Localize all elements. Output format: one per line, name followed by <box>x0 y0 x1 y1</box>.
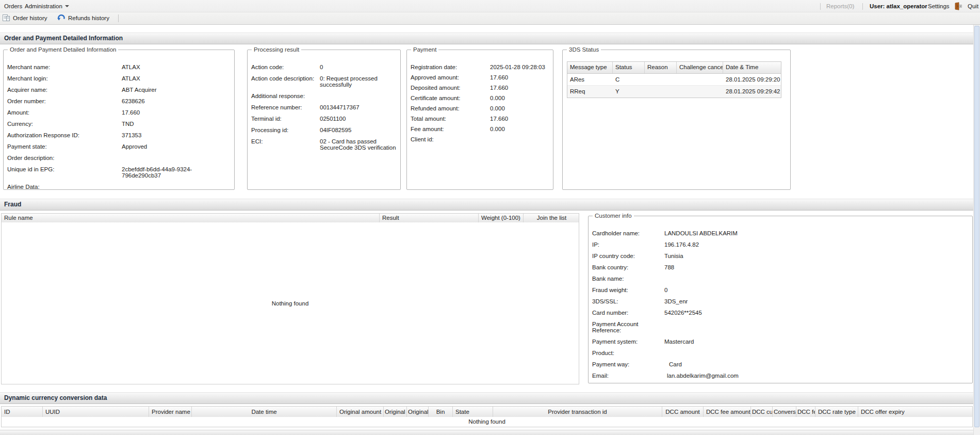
column-header-rule-name: Rule name <box>2 214 380 222</box>
divider <box>862 3 863 10</box>
column-header-conversion: Conversi <box>773 407 796 417</box>
row-ip: IP:196.176.4.82 <box>592 241 969 248</box>
row-cardholder-name: Cardholder name:LANDOULSI ABDELKARIM <box>592 230 969 236</box>
fraud-table-body: Nothing found <box>1 222 579 384</box>
column-header-id: ID <box>2 407 43 417</box>
row-terminal-id: Terminal id:02501100 <box>251 116 397 122</box>
row-payment-way: Payment way:Card <box>592 361 969 367</box>
toolbar: Order history Refunds history <box>0 12 980 25</box>
row-currency: Currency:TND <box>7 121 231 127</box>
fieldset-processing-result: Processing result Action code:0 Action c… <box>247 50 401 190</box>
column-header-dcc-currency: DCC curr <box>751 407 773 417</box>
divider <box>820 3 821 10</box>
row-ip-country-code: IP country code:Tunisia <box>592 253 969 259</box>
fieldset-legend: 3DS Status <box>567 46 601 54</box>
divider <box>118 14 119 22</box>
row-bank-name: Bank name: <box>592 276 969 282</box>
dcc-empty-text: Nothing found <box>468 418 505 425</box>
row-merchant-login: Merchant login:ATLAX <box>7 75 231 82</box>
column-header-join-the-list: Join the list <box>524 214 579 222</box>
fraud-table-header: Rule name Result Weight (0-100) Join the… <box>1 213 579 223</box>
column-header-original-fee: Original f <box>384 407 407 417</box>
row-order-number: Order number:6238626 <box>7 98 231 104</box>
chevron-down-icon <box>65 5 69 7</box>
menu-administration[interactable]: Administration <box>25 0 69 12</box>
fieldset-customer-info: Customer info Cardholder name:LANDOULSI … <box>588 216 973 383</box>
row-acquirer-name: Acquirer name:ABT Acquirer <box>7 87 231 93</box>
open-door-icon <box>954 2 962 10</box>
row-email: Email:lan.abdelkarim@gmail.com <box>592 373 969 379</box>
column-header-weight: Weight (0-100) <box>479 214 524 222</box>
column-header-original-currency: Original c <box>407 407 429 417</box>
app-window: Orders Administration Reports(0) User: a… <box>0 0 980 435</box>
section-header-dcc: Dynamic currency conversion data <box>0 392 973 404</box>
column-header-dcc-fee-amount: DCC fee amount <box>704 407 751 417</box>
menu-administration-label: Administration <box>25 3 62 9</box>
scrollbar-thumb[interactable] <box>974 26 979 427</box>
menubar: Orders Administration Reports(0) User: a… <box>0 0 980 12</box>
row-refunded-amount: Refunded amount:0.000 <box>411 105 550 111</box>
quit-button[interactable] <box>954 0 962 12</box>
vertical-scrollbar[interactable] <box>973 25 980 435</box>
row-payment-state: Payment state:Approved <box>7 143 231 150</box>
column-header-dcc-fee: DCC fee <box>796 407 815 417</box>
user-label: User: atlax_operator <box>870 0 927 12</box>
column-header-date-time: Date & Time <box>723 62 781 73</box>
row-3ds-ssl: 3DS/SSL:3DS_enr <box>592 298 969 304</box>
row-unique-id-epg: Unique id in EPG:2cbefddf-b6dd-44a9-9324… <box>7 166 231 179</box>
column-header-dcc-amount: DCC amount <box>662 407 704 417</box>
row-additional-response: Additional response: <box>251 93 397 99</box>
fieldset-payment: Payment Registration date:2025-01-28 09:… <box>406 50 553 190</box>
column-header-result: Result <box>380 214 479 222</box>
column-header-provider-transaction-id: Provider transaction id <box>493 407 662 417</box>
column-header-state: State <box>453 407 493 417</box>
row-eci: ECI:02 - Card has passed SecureCode 3DS … <box>251 138 397 151</box>
document-icon <box>2 13 10 22</box>
row-airline-data: Airline Data: <box>7 184 231 189</box>
column-header-provider-name: Provider name <box>149 407 192 417</box>
column-header-challenge-cancel: Challenge cancel <box>677 62 723 73</box>
row-certificate-amount: Certificate amount:0.000 <box>411 95 550 101</box>
column-header-status: Status <box>613 62 645 73</box>
row-bank-country: Bank country:788 <box>592 264 969 270</box>
column-header-reason: Reason <box>645 62 677 73</box>
quit-label[interactable]: Quit <box>968 0 978 12</box>
refunds-history-label: Refunds history <box>68 15 109 21</box>
column-header-bin: Bin <box>429 407 453 417</box>
row-approved-amount: Approved amount:17.660 <box>411 74 550 80</box>
row-action-code: Action code:0 <box>251 64 397 70</box>
section-header-fraud: Fraud <box>0 199 973 211</box>
column-header-dcc-offer-expiry: DCC offer expiry <box>858 407 973 417</box>
threeds-table-header: Message type Status Reason Challenge can… <box>567 62 781 74</box>
threeds-table: Message type Status Reason Challenge can… <box>567 61 781 98</box>
dcc-table-body: Nothing found <box>1 417 973 427</box>
row-registration-date: Registration date:2025-01-28 09:28:03 <box>411 64 550 70</box>
refund-arrow-icon <box>57 13 66 22</box>
row-client-id: Client id: <box>411 136 550 142</box>
row-amount: Amount:17.660 <box>7 109 231 116</box>
row-merchant-name: Merchant name:ATLAX <box>7 64 231 70</box>
order-history-button[interactable]: Order history <box>2 12 47 24</box>
row-action-code-description: Action code description:0: Request proce… <box>251 75 397 88</box>
refunds-history-button[interactable]: Refunds history <box>57 12 109 24</box>
fieldset-order-info: Order and Payment Detailed Information M… <box>3 50 235 190</box>
menu-reports: Reports(0) <box>826 0 854 12</box>
column-header-dcc-rate-type: DCC rate type <box>815 407 858 417</box>
row-processing-id: Processing id:04IF082595 <box>251 127 397 133</box>
row-fraud-weight: Fraud weight:0 <box>592 287 969 293</box>
fieldset-3ds-status: 3DS Status Message type Status Reason Ch… <box>562 50 791 190</box>
row-authorization-response-id: Authorization Response ID:371353 <box>7 132 231 138</box>
row-fee-amount: Fee amount:0.000 <box>411 126 550 132</box>
row-deposited-amount: Deposited amount:17.660 <box>411 85 550 91</box>
menu-orders[interactable]: Orders <box>4 0 22 12</box>
row-order-description: Order description: <box>7 155 231 161</box>
column-header-uuid: UUID <box>43 407 149 417</box>
fraud-empty-text: Nothing found <box>272 300 309 307</box>
menu-settings[interactable]: Settings <box>928 0 950 12</box>
row-payment-account-reference: Payment Account Reference: <box>592 321 969 333</box>
row-card-number: Card number:542026**2545 <box>592 310 969 316</box>
row-total-amount: Total amount:17.660 <box>411 116 550 122</box>
threeds-row-rreq: RReq Y 28.01.2025 09:29:42 <box>567 86 781 98</box>
section-header-order-payment: Order and Payment Detailed Information <box>0 33 973 44</box>
row-reference-number: Reference number:001344717367 <box>251 104 397 110</box>
